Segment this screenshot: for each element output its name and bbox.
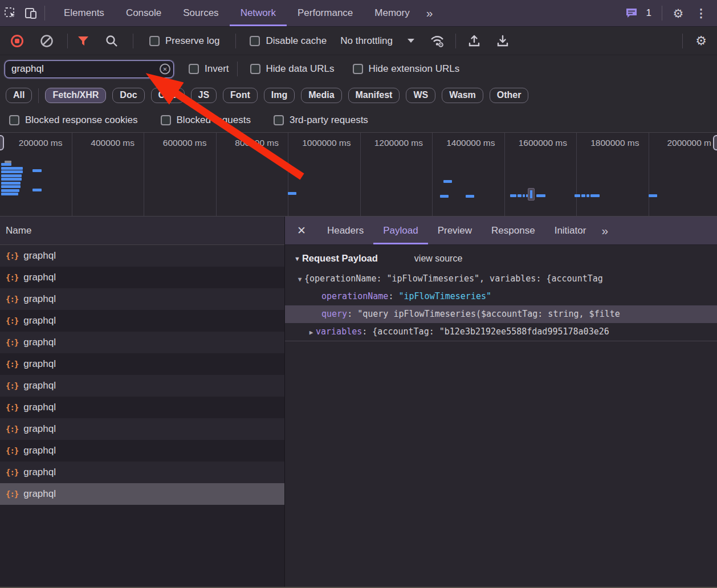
network-activity-bar — [440, 195, 449, 198]
filter-chip-img[interactable]: Img — [264, 88, 295, 103]
network-activity-bar — [1, 163, 11, 166]
preserve-log-checkbox[interactable] — [149, 36, 160, 46]
filter-input[interactable] — [5, 60, 174, 78]
filter-chip-wasm[interactable]: Wasm — [442, 88, 483, 103]
divider — [133, 34, 133, 48]
request-row[interactable]: {:}graphql — [0, 418, 284, 440]
filter-chip-manifest[interactable]: Manifest — [348, 88, 400, 103]
tab-console[interactable]: Console — [115, 0, 172, 26]
invert-checkbox[interactable] — [189, 64, 199, 74]
filter-chip-all[interactable]: All — [6, 88, 32, 103]
close-details-icon[interactable]: ✕ — [285, 224, 317, 237]
request-row[interactable]: {:}graphql — [0, 440, 284, 462]
tree-token: query — [321, 309, 347, 319]
export-har-icon[interactable] — [496, 34, 510, 48]
tree-expand-icon[interactable]: ▼ — [295, 271, 304, 288]
request-name: graphql — [23, 488, 56, 500]
throttling-caret-icon[interactable] — [408, 39, 414, 43]
fetch-xhr-icon: {:} — [6, 468, 18, 477]
disable-cache-checkbox[interactable] — [250, 36, 260, 46]
collapse-triangle-icon[interactable]: ▼ — [294, 255, 300, 262]
tab-initiator[interactable]: Initiator — [545, 217, 596, 244]
filter-chip-media[interactable]: Media — [301, 88, 341, 103]
request-row[interactable]: {:}graphql — [0, 332, 284, 353]
advanced-filter-checkbox[interactable] — [161, 115, 171, 125]
divider — [237, 62, 238, 76]
fetch-xhr-icon: {:} — [6, 424, 18, 434]
filter-chip-doc[interactable]: Doc — [112, 88, 144, 103]
view-source-link[interactable]: view source — [414, 254, 462, 264]
hide-extension-urls-checkbox[interactable] — [353, 64, 363, 74]
devtools-tabbar: ElementsConsoleSourcesNetworkPerformance… — [0, 0, 717, 27]
search-icon[interactable] — [105, 35, 118, 47]
filter-chip-font[interactable]: Font — [223, 88, 258, 103]
advanced-filter-label: 3rd-party requests — [290, 115, 368, 126]
request-name: graphql — [23, 467, 56, 478]
network-activity-bar — [1, 189, 19, 192]
record-network-log-icon[interactable] — [10, 34, 24, 48]
payload-tree-row[interactable]: ▼{operationName: "ipFlowTimeseries", var… — [285, 270, 717, 288]
clear-network-log-icon[interactable] — [40, 34, 54, 48]
request-row[interactable]: {:}graphql — [0, 267, 284, 288]
tab-network[interactable]: Network — [230, 0, 287, 26]
filter-chip-js[interactable]: JS — [191, 88, 217, 103]
settings-gear-icon[interactable]: ⚙ — [668, 3, 689, 23]
tab-memory[interactable]: Memory — [364, 0, 420, 26]
more-tabs-icon[interactable]: » — [421, 6, 438, 20]
request-row[interactable]: {:}graphql — [0, 245, 284, 267]
timeline-tick: 800000 ms — [217, 133, 289, 216]
request-row[interactable]: {:}graphql — [0, 310, 284, 332]
timeline-right-handle[interactable] — [713, 135, 717, 150]
filter-chip-other[interactable]: Other — [490, 88, 529, 103]
fetch-xhr-icon: {:} — [6, 295, 18, 304]
request-row[interactable]: {:}graphql — [0, 397, 284, 418]
request-row[interactable]: {:}graphql — [0, 462, 284, 483]
tab-preview[interactable]: Preview — [428, 217, 482, 244]
device-toolbar-icon[interactable] — [21, 3, 41, 23]
tab-payload[interactable]: Payload — [373, 217, 427, 244]
request-row[interactable]: {:}graphql — [0, 375, 284, 397]
issues-message-icon[interactable] — [621, 3, 642, 23]
request-row[interactable]: {:}graphql — [0, 483, 284, 505]
request-row[interactable]: {:}graphql — [0, 288, 284, 310]
tree-expand-icon[interactable]: ▶ — [307, 324, 316, 341]
filter-chip-css[interactable]: CSS — [151, 88, 185, 103]
throttling-select[interactable]: No throttling — [340, 35, 393, 47]
network-activity-bar — [510, 194, 516, 197]
network-conditions-icon[interactable] — [429, 34, 445, 48]
request-row[interactable]: {:}graphql — [0, 353, 284, 375]
network-activity-bar — [536, 194, 545, 197]
request-name: graphql — [23, 380, 56, 391]
tab-sources[interactable]: Sources — [172, 0, 229, 26]
tab-performance[interactable]: Performance — [287, 0, 364, 26]
filter-funnel-icon[interactable] — [77, 35, 89, 47]
filter-bar: ✕ Invert Hide data URLs Hide extension U… — [0, 55, 717, 83]
clear-filter-icon[interactable]: ✕ — [160, 64, 170, 75]
timeline-left-handle[interactable] — [0, 135, 4, 150]
hide-data-urls-checkbox[interactable] — [250, 64, 260, 74]
network-activity-bar — [443, 180, 452, 183]
tab-elements[interactable]: Elements — [53, 0, 115, 26]
tab-headers[interactable]: Headers — [317, 217, 373, 244]
fetch-xhr-icon: {:} — [6, 381, 18, 390]
payload-tree-row[interactable]: ▶variables: {accountTag: "b12e3b2192ee55… — [285, 323, 717, 341]
tree-token: : — [388, 291, 398, 301]
payload-tree-row[interactable]: operationName: "ipFlowTimeseries" — [285, 288, 717, 305]
fetch-xhr-icon: {:} — [6, 403, 18, 412]
timeline-overview[interactable]: 200000 ms400000 ms600000 ms800000 ms1000… — [0, 132, 717, 217]
details-more-tabs-icon[interactable]: » — [596, 224, 613, 238]
filter-chip-fetch-xhr[interactable]: Fetch/XHR — [45, 88, 106, 103]
advanced-filter-checkbox[interactable] — [9, 115, 19, 125]
import-har-icon[interactable] — [467, 34, 481, 48]
tree-token: {operationName: "ipFlowTimeseries", vari… — [304, 273, 603, 284]
name-column-header[interactable]: Name — [0, 217, 284, 245]
advanced-filter-item: Blocked response cookies — [9, 115, 138, 126]
kebab-menu-icon[interactable]: ⋮ — [691, 3, 711, 23]
filter-input-wrap: ✕ — [5, 60, 174, 78]
network-settings-gear-icon[interactable]: ⚙ — [695, 35, 707, 47]
inspect-element-icon[interactable] — [0, 3, 21, 23]
filter-chip-ws[interactable]: WS — [406, 88, 435, 103]
advanced-filter-checkbox[interactable] — [274, 115, 284, 125]
payload-tree-row[interactable]: query: "query ipFlowTimeseries($accountT… — [285, 305, 717, 323]
tab-response[interactable]: Response — [482, 217, 545, 244]
